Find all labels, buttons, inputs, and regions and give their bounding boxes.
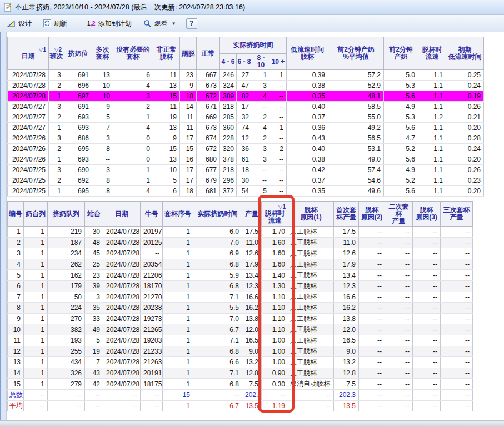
cell[interactable]: 193 (48, 335, 85, 346)
cell[interactable]: -- (103, 389, 141, 400)
cell[interactable]: 0.30 (262, 379, 288, 390)
cell[interactable]: 27 (237, 70, 252, 81)
cell[interactable]: -- (359, 389, 385, 400)
cell[interactable]: 6 (8, 280, 24, 292)
table-row[interactable]: 2024/07/282696104139673324473--0.3852.95… (8, 81, 484, 91)
table-row[interactable]: 121255192024/07/282123316.89.01.00人工脱杯9.… (8, 346, 473, 357)
cell[interactable]: 5.3 (384, 112, 418, 123)
cell[interactable]: -- (48, 400, 85, 411)
table-row[interactable]: 11219302024/07/282019716.017.51.70人工脱杯17… (8, 227, 473, 238)
cell[interactable]: -- (385, 324, 413, 335)
cell[interactable]: 2024/07/28 (103, 292, 141, 303)
cell[interactable]: -- (24, 389, 48, 400)
cell[interactable]: 1.1 (418, 175, 446, 186)
cell[interactable]: 1 (24, 368, 48, 379)
cell[interactable]: -- (359, 259, 385, 270)
cell[interactable]: 6 (153, 186, 180, 197)
cell[interactable]: 2 (49, 81, 64, 91)
cell[interactable]: 人工脱杯 (288, 346, 334, 357)
cell[interactable]: 0.37 (287, 175, 328, 186)
cell[interactable]: 2024/07/25 (8, 175, 49, 186)
cell[interactable]: -- (385, 346, 413, 357)
cell[interactable]: -- (413, 324, 441, 335)
cell[interactable]: 1.19 (262, 400, 288, 411)
cell[interactable]: 677 (197, 165, 220, 175)
cell[interactable]: -- (359, 324, 385, 335)
cell[interactable]: 4 (113, 186, 153, 197)
cell[interactable]: 11 (180, 112, 197, 123)
cell[interactable]: 11 (180, 123, 197, 133)
cell[interactable]: 0.21 (446, 112, 484, 123)
cell[interactable]: 1 (24, 313, 48, 324)
cell[interactable]: 55.0 (328, 112, 384, 123)
cell[interactable]: 36 (237, 144, 252, 154)
cell[interactable]: 234 (48, 248, 85, 259)
cell[interactable]: -- (413, 259, 441, 270)
cell[interactable]: 255 (48, 346, 85, 357)
cell[interactable]: 23 (85, 270, 103, 281)
cell[interactable]: 17 (180, 175, 197, 186)
cell[interactable]: 1.1 (418, 123, 446, 133)
cell[interactable]: 0.40 (287, 144, 328, 154)
cell[interactable]: 0.28 (446, 133, 484, 144)
cell[interactable]: -- (359, 237, 385, 248)
cell[interactable]: 1 (163, 335, 193, 346)
column-header[interactable]: 实际挤奶时间 (193, 202, 242, 227)
table-row[interactable]: 2024/07/272693511911669285322--0.3755.05… (8, 112, 484, 123)
cell[interactable]: 1 (24, 346, 48, 357)
design-button[interactable]: 设计 (3, 17, 36, 31)
cell[interactable]: 3 (85, 292, 103, 303)
cell[interactable]: 0.35 (287, 186, 328, 197)
cell[interactable]: 50 (48, 292, 85, 303)
cell[interactable]: -- (441, 313, 473, 324)
cell[interactable]: -- (359, 270, 385, 281)
cell[interactable]: 6 (113, 70, 153, 81)
cell[interactable]: 5.0 (384, 70, 418, 81)
cell[interactable]: 3 (49, 165, 64, 175)
cell[interactable]: 179 (48, 280, 85, 292)
cell[interactable]: 1.10 (262, 313, 288, 324)
cell[interactable]: 1 (24, 237, 48, 248)
cell[interactable]: -- (413, 270, 441, 281)
cell[interactable]: 13 (153, 81, 180, 91)
cell[interactable]: 4.9 (384, 102, 418, 112)
cell[interactable]: 57.2 (328, 70, 384, 81)
cell[interactable]: 11.0 (334, 237, 359, 248)
cell[interactable]: -- (413, 227, 441, 238)
cell[interactable]: -- (252, 165, 270, 175)
cell[interactable]: 16 (180, 154, 197, 165)
cell[interactable]: 20197 (141, 227, 163, 238)
cell[interactable]: -- (359, 227, 385, 238)
cell[interactable]: 9 (180, 81, 197, 91)
cell[interactable]: 19273 (141, 313, 163, 324)
cell[interactable]: 672 (197, 91, 220, 102)
cell[interactable]: 1.1 (418, 70, 446, 81)
cell[interactable]: 218 (220, 102, 237, 112)
cell[interactable]: 691 (64, 70, 92, 81)
cell[interactable]: 2024/07/27 (8, 112, 49, 123)
column-header[interactable]: ▽1日期 (8, 37, 49, 70)
cell[interactable]: 0.42 (287, 165, 328, 175)
cell[interactable]: -- (288, 389, 334, 400)
cell[interactable]: 15 (153, 91, 180, 102)
cell[interactable]: 0.38 (287, 81, 328, 91)
cell[interactable]: -- (441, 259, 473, 270)
cell[interactable]: -- (103, 400, 141, 411)
cell[interactable]: 4 (252, 123, 270, 133)
cell[interactable]: 1 (270, 70, 287, 81)
cell[interactable]: 1.00 (262, 335, 288, 346)
table-row[interactable]: 2024/07/26368630917674228122--0.4356.54.… (8, 133, 484, 144)
cell[interactable]: 人工脱杯 (288, 270, 334, 281)
cell[interactable]: 17 (237, 102, 252, 112)
cell[interactable]: -- (413, 357, 441, 368)
cell[interactable]: -- (441, 389, 473, 400)
cell[interactable]: 12 (8, 346, 24, 357)
cell[interactable]: -- (385, 379, 413, 390)
cell[interactable]: 1.10 (262, 292, 288, 303)
cell[interactable]: 672 (197, 144, 220, 154)
cell[interactable]: -- (413, 379, 441, 390)
table-row[interactable]: 51162232024/07/282120615.913.41.40人工脱杯13… (8, 270, 473, 281)
cell[interactable]: 12 (237, 133, 252, 144)
cell[interactable]: 3 (8, 248, 24, 259)
cell[interactable]: 2024/07/25 (8, 186, 49, 197)
